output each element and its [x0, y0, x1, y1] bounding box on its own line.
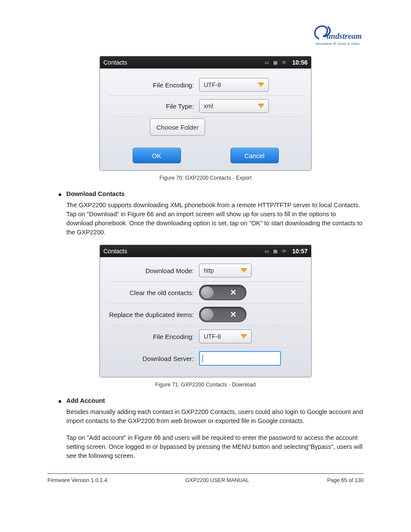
- ok-button[interactable]: OK: [133, 148, 181, 163]
- footer-title: GXP2200 USER MANUAL: [185, 477, 249, 483]
- text-caret: [202, 355, 203, 362]
- file-type-dropdown[interactable]: xml: [199, 99, 269, 113]
- status-icon-1: ▭: [264, 59, 270, 65]
- file-encoding-dropdown[interactable]: UTF-8: [199, 330, 252, 343]
- chevron-down-icon: [258, 83, 264, 87]
- window-title: Contacts: [103, 59, 264, 66]
- bullet-icon: [59, 193, 61, 196]
- clear-old-label: Clear the old contacts:: [108, 289, 194, 296]
- brand-logo: andstream Innovative IP Voice & Video: [312, 24, 364, 46]
- file-encoding-dropdown[interactable]: UTF-8: [199, 78, 269, 92]
- download-server-label: Download Server:: [108, 355, 194, 362]
- titlebar: Contacts ▭ ▦ ⟳ 10:57: [100, 245, 311, 257]
- chevron-down-icon: [258, 104, 264, 108]
- window-title: Contacts: [103, 248, 264, 255]
- replace-dup-label: Replace the duplicated items:: [108, 311, 194, 318]
- footer-page: Page 65 of 130: [327, 477, 364, 483]
- footer-firmware: Firmware Version 1.0.1.4: [47, 477, 107, 483]
- chevron-down-icon: [241, 269, 247, 273]
- download-mode-dropdown[interactable]: http: [199, 264, 252, 277]
- clock: 10:57: [292, 248, 308, 255]
- file-encoding-label: File Encoding:: [108, 81, 194, 89]
- toggle-knob: [200, 286, 214, 299]
- footer-divider: [47, 473, 364, 474]
- file-encoding-value: UTF-8: [204, 81, 221, 88]
- page-footer: Firmware Version 1.0.1.4 GXP2200 USER MA…: [47, 477, 364, 483]
- toggle-knob: [200, 308, 214, 321]
- file-encoding-value: UTF-8: [204, 333, 221, 340]
- brand-tagline: Innovative IP Voice & Video: [312, 42, 364, 46]
- download-mode-value: http: [204, 267, 214, 274]
- section-addaccount-heading: Add Account: [66, 397, 105, 404]
- download-server-input[interactable]: [199, 351, 281, 366]
- svg-text:andstream: andstream: [327, 31, 362, 40]
- clock: 10:56: [292, 59, 308, 66]
- cancel-button[interactable]: Cancel: [230, 148, 279, 163]
- bullet-icon: [59, 400, 61, 403]
- figure-caption: Figure 71: GXP2200 Contacts - Download: [47, 382, 364, 388]
- refresh-icon: ⟳: [281, 59, 287, 65]
- ok-label: OK: [152, 152, 162, 159]
- refresh-icon: ⟳: [281, 248, 287, 254]
- file-type-value: xml: [204, 103, 213, 109]
- chevron-down-icon: [241, 335, 247, 339]
- choose-folder-button[interactable]: Choose Folder: [150, 118, 205, 136]
- section-download-heading: Download Contacts: [66, 190, 125, 197]
- status-icon-1: ▭: [264, 248, 270, 254]
- replace-dup-toggle[interactable]: ✕: [199, 307, 246, 322]
- cancel-label: Cancel: [244, 152, 265, 159]
- figure-export: Contacts ▭ ▦ ⟳ 10:56 File Encoding: UTF-…: [100, 56, 311, 171]
- file-encoding-label: File Encoding:: [108, 333, 194, 340]
- status-icon-2: ▦: [272, 59, 278, 65]
- x-icon: ✕: [230, 289, 237, 296]
- figure-download: Contacts ▭ ▦ ⟳ 10:57 Download Mode: http…: [100, 245, 311, 377]
- x-icon: ✕: [230, 311, 237, 318]
- section-addaccount-body1: Besides manually adding each contact in …: [66, 408, 364, 426]
- status-icon-2: ▦: [272, 248, 278, 254]
- titlebar: Contacts ▭ ▦ ⟳ 10:56: [100, 56, 311, 68]
- section-download-body: The GXP2200 supports downloading XML pho…: [66, 201, 364, 237]
- choose-folder-label: Choose Folder: [156, 124, 199, 131]
- section-addaccount-body2: Tap on "Add account" in Figure 66 and us…: [66, 433, 364, 460]
- file-type-label: File Type:: [108, 103, 194, 110]
- clear-old-toggle[interactable]: ✕: [199, 285, 246, 300]
- figure-caption: Figure 70: GXP2200 Contacts - Export: [47, 175, 364, 181]
- download-mode-label: Download Mode:: [108, 267, 194, 274]
